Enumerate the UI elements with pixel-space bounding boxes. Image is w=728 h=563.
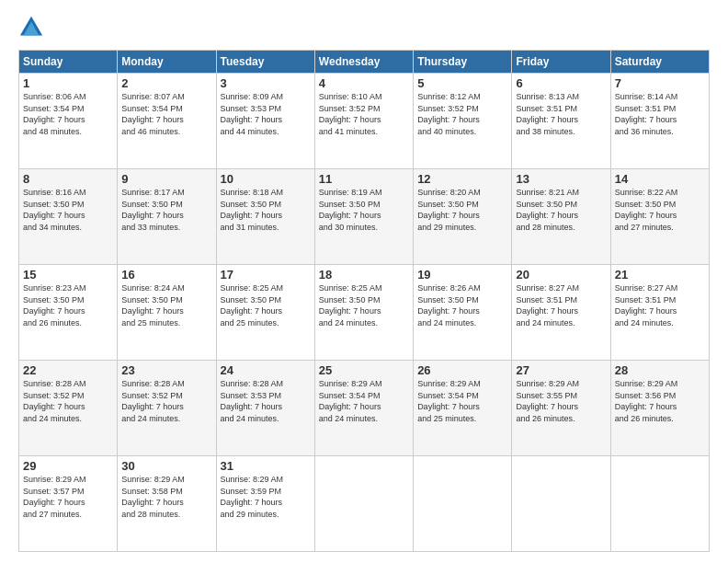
day-info: Sunrise: 8:22 AM Sunset: 3:50 PM Dayligh… <box>615 187 705 233</box>
day-number: 23 <box>121 363 211 377</box>
header-cell-sunday: Sunday <box>19 51 118 74</box>
day-cell: 18 Sunrise: 8:25 AM Sunset: 3:50 PM Dayl… <box>314 265 413 361</box>
week-row-5: 29 Sunrise: 8:29 AM Sunset: 3:57 PM Dayl… <box>19 456 710 552</box>
day-info: Sunrise: 8:19 AM Sunset: 3:50 PM Dayligh… <box>319 187 409 233</box>
day-cell: 17 Sunrise: 8:25 AM Sunset: 3:50 PM Dayl… <box>216 265 314 361</box>
day-cell: 7 Sunrise: 8:14 AM Sunset: 3:51 PM Dayli… <box>610 74 709 169</box>
day-cell: 14 Sunrise: 8:22 AM Sunset: 3:50 PM Dayl… <box>610 169 709 265</box>
day-number: 16 <box>121 268 211 282</box>
day-cell <box>512 456 610 552</box>
day-cell: 22 Sunrise: 8:28 AM Sunset: 3:52 PM Dayl… <box>19 361 118 456</box>
week-row-2: 8 Sunrise: 8:16 AM Sunset: 3:50 PM Dayli… <box>19 169 710 265</box>
day-info: Sunrise: 8:27 AM Sunset: 3:51 PM Dayligh… <box>516 282 606 328</box>
day-cell: 25 Sunrise: 8:29 AM Sunset: 3:54 PM Dayl… <box>314 361 413 456</box>
day-info: Sunrise: 8:29 AM Sunset: 3:55 PM Dayligh… <box>516 378 606 424</box>
day-number: 27 <box>516 363 606 377</box>
week-row-4: 22 Sunrise: 8:28 AM Sunset: 3:52 PM Dayl… <box>19 361 710 456</box>
day-number: 6 <box>516 76 606 90</box>
day-number: 24 <box>221 363 311 377</box>
day-cell: 24 Sunrise: 8:28 AM Sunset: 3:53 PM Dayl… <box>216 361 314 456</box>
day-info: Sunrise: 8:07 AM Sunset: 3:54 PM Dayligh… <box>121 91 211 137</box>
day-number: 26 <box>417 363 507 377</box>
day-cell <box>610 456 709 552</box>
day-cell: 20 Sunrise: 8:27 AM Sunset: 3:51 PM Dayl… <box>512 265 610 361</box>
header-cell-tuesday: Tuesday <box>216 51 314 74</box>
day-info: Sunrise: 8:25 AM Sunset: 3:50 PM Dayligh… <box>319 282 409 328</box>
header-cell-friday: Friday <box>512 51 610 74</box>
day-info: Sunrise: 8:29 AM Sunset: 3:54 PM Dayligh… <box>319 378 409 424</box>
logo <box>18 15 48 40</box>
day-cell: 13 Sunrise: 8:21 AM Sunset: 3:50 PM Dayl… <box>512 169 610 265</box>
day-cell: 31 Sunrise: 8:29 AM Sunset: 3:59 PM Dayl… <box>216 456 314 552</box>
day-info: Sunrise: 8:29 AM Sunset: 3:57 PM Dayligh… <box>23 474 113 520</box>
day-info: Sunrise: 8:24 AM Sunset: 3:50 PM Dayligh… <box>121 282 211 328</box>
day-number: 18 <box>319 268 409 282</box>
page: SundayMondayTuesdayWednesdayThursdayFrid… <box>0 0 728 563</box>
day-number: 2 <box>121 76 211 90</box>
day-info: Sunrise: 8:14 AM Sunset: 3:51 PM Dayligh… <box>615 91 705 137</box>
day-cell: 8 Sunrise: 8:16 AM Sunset: 3:50 PM Dayli… <box>19 169 118 265</box>
day-cell: 23 Sunrise: 8:28 AM Sunset: 3:52 PM Dayl… <box>118 361 216 456</box>
day-number: 9 <box>121 172 211 186</box>
day-info: Sunrise: 8:13 AM Sunset: 3:51 PM Dayligh… <box>516 91 606 137</box>
calendar-table: SundayMondayTuesdayWednesdayThursdayFrid… <box>18 50 710 552</box>
day-info: Sunrise: 8:20 AM Sunset: 3:50 PM Dayligh… <box>417 187 507 233</box>
day-number: 25 <box>319 363 409 377</box>
day-cell: 19 Sunrise: 8:26 AM Sunset: 3:50 PM Dayl… <box>414 265 512 361</box>
day-info: Sunrise: 8:17 AM Sunset: 3:50 PM Dayligh… <box>121 187 211 233</box>
day-cell: 16 Sunrise: 8:24 AM Sunset: 3:50 PM Dayl… <box>118 265 216 361</box>
day-number: 10 <box>221 172 311 186</box>
day-info: Sunrise: 8:29 AM Sunset: 3:54 PM Dayligh… <box>417 378 507 424</box>
day-cell: 4 Sunrise: 8:10 AM Sunset: 3:52 PM Dayli… <box>314 74 413 169</box>
day-number: 4 <box>319 76 409 90</box>
logo-icon <box>18 15 44 40</box>
day-number: 8 <box>23 172 113 186</box>
header-cell-monday: Monday <box>118 51 216 74</box>
day-info: Sunrise: 8:28 AM Sunset: 3:52 PM Dayligh… <box>23 378 113 424</box>
day-info: Sunrise: 8:09 AM Sunset: 3:53 PM Dayligh… <box>221 91 311 137</box>
day-number: 15 <box>23 268 113 282</box>
week-row-1: 1 Sunrise: 8:06 AM Sunset: 3:54 PM Dayli… <box>19 74 710 169</box>
day-number: 12 <box>417 172 507 186</box>
day-number: 14 <box>615 172 705 186</box>
day-number: 7 <box>615 76 705 90</box>
day-cell <box>414 456 512 552</box>
day-number: 19 <box>417 268 507 282</box>
header-cell-thursday: Thursday <box>414 51 512 74</box>
day-number: 30 <box>121 459 211 473</box>
day-number: 31 <box>221 459 311 473</box>
header-row: SundayMondayTuesdayWednesdayThursdayFrid… <box>19 51 710 74</box>
day-number: 17 <box>221 268 311 282</box>
day-info: Sunrise: 8:26 AM Sunset: 3:50 PM Dayligh… <box>417 282 507 328</box>
day-cell: 21 Sunrise: 8:27 AM Sunset: 3:51 PM Dayl… <box>610 265 709 361</box>
day-info: Sunrise: 8:18 AM Sunset: 3:50 PM Dayligh… <box>221 187 311 233</box>
day-cell: 2 Sunrise: 8:07 AM Sunset: 3:54 PM Dayli… <box>118 74 216 169</box>
day-number: 21 <box>615 268 705 282</box>
day-number: 29 <box>23 459 113 473</box>
day-cell: 5 Sunrise: 8:12 AM Sunset: 3:52 PM Dayli… <box>414 74 512 169</box>
day-number: 28 <box>615 363 705 377</box>
day-info: Sunrise: 8:12 AM Sunset: 3:52 PM Dayligh… <box>417 91 507 137</box>
day-number: 1 <box>23 76 113 90</box>
day-info: Sunrise: 8:21 AM Sunset: 3:50 PM Dayligh… <box>516 187 606 233</box>
day-number: 11 <box>319 172 409 186</box>
day-info: Sunrise: 8:29 AM Sunset: 3:56 PM Dayligh… <box>615 378 705 424</box>
day-cell: 11 Sunrise: 8:19 AM Sunset: 3:50 PM Dayl… <box>314 169 413 265</box>
day-info: Sunrise: 8:10 AM Sunset: 3:52 PM Dayligh… <box>319 91 409 137</box>
day-info: Sunrise: 8:29 AM Sunset: 3:59 PM Dayligh… <box>221 474 311 520</box>
day-info: Sunrise: 8:27 AM Sunset: 3:51 PM Dayligh… <box>615 282 705 328</box>
day-info: Sunrise: 8:28 AM Sunset: 3:52 PM Dayligh… <box>121 378 211 424</box>
day-info: Sunrise: 8:28 AM Sunset: 3:53 PM Dayligh… <box>221 378 311 424</box>
day-info: Sunrise: 8:06 AM Sunset: 3:54 PM Dayligh… <box>23 91 113 137</box>
day-number: 20 <box>516 268 606 282</box>
day-cell <box>314 456 413 552</box>
day-number: 13 <box>516 172 606 186</box>
header-cell-saturday: Saturday <box>610 51 709 74</box>
day-cell: 1 Sunrise: 8:06 AM Sunset: 3:54 PM Dayli… <box>19 74 118 169</box>
day-cell: 15 Sunrise: 8:23 AM Sunset: 3:50 PM Dayl… <box>19 265 118 361</box>
header-cell-wednesday: Wednesday <box>314 51 413 74</box>
day-cell: 9 Sunrise: 8:17 AM Sunset: 3:50 PM Dayli… <box>118 169 216 265</box>
day-cell: 29 Sunrise: 8:29 AM Sunset: 3:57 PM Dayl… <box>19 456 118 552</box>
header <box>18 15 710 40</box>
day-info: Sunrise: 8:16 AM Sunset: 3:50 PM Dayligh… <box>23 187 113 233</box>
